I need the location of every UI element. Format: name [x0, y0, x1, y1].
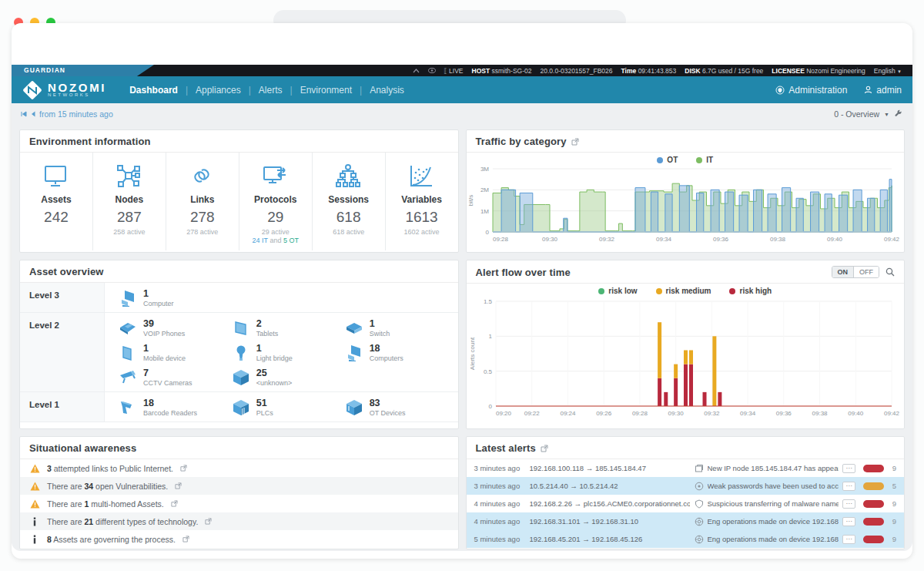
voip-phone-icon — [119, 319, 137, 337]
view-selector-caret-icon[interactable]: ▼ — [884, 112, 889, 117]
user-menu[interactable]: admin — [864, 85, 902, 96]
asset-item[interactable]: 1Mobile device — [119, 341, 232, 365]
nav-item-analysis[interactable]: Analysis — [370, 85, 404, 96]
legend-item-risk-medium[interactable]: risk medium — [656, 287, 711, 295]
stat-card-sessions[interactable]: Sessions618618 active — [313, 153, 386, 250]
zoom-search-icon[interactable] — [886, 267, 895, 277]
asset-item[interactable]: 51PLCs — [232, 395, 345, 420]
stat-extra: 24 IT and 5 OT — [253, 237, 299, 244]
status-bar: GUARDIAN ⟦ LIVE HOST ssmith-SG-02 20.0.0… — [12, 65, 912, 76]
situational-item[interactable]: 8 Assets are governing the process. — [20, 530, 458, 548]
asset-item[interactable]: 18Barcode Readers — [119, 395, 232, 420]
external-link-icon[interactable] — [205, 518, 212, 525]
asset-name: <unknown> — [256, 379, 293, 387]
computer-icon — [345, 344, 363, 361]
asset-item[interactable]: 18Computers — [345, 341, 458, 365]
alert-row[interactable]: 3 minutes ago10.5.214.40 → 10.5.214.42We… — [467, 477, 905, 495]
alert-flow-chart[interactable]: 00.511.509:2009:2209:2409:2609:2809:3009… — [467, 295, 899, 418]
stat-card-protocols[interactable]: Protocols2929 active24 IT and 5 OT — [239, 153, 313, 250]
alert-more-button[interactable]: ⋯ — [842, 464, 855, 473]
situational-item[interactable]: There are 21 different types of technolo… — [20, 512, 458, 530]
nav-item-dashboard[interactable]: Dashboard — [129, 85, 178, 96]
svg-text:09:42: 09:42 — [883, 236, 899, 243]
traffic-chart[interactable]: 01M2M3M09:2809:3009:3209:3409:3609:3809:… — [467, 164, 899, 244]
asset-item[interactable]: 1Computer — [119, 286, 232, 311]
nozomi-logo-icon — [22, 80, 42, 100]
external-link-icon[interactable] — [180, 465, 187, 472]
level-label: Level 3 — [20, 283, 105, 312]
severity-badge — [863, 518, 884, 526]
external-link-icon[interactable] — [571, 138, 579, 146]
legend-item-risk-low[interactable]: risk low — [598, 287, 637, 295]
product-tab[interactable]: GUARDIAN — [12, 65, 154, 76]
svg-text:Alerts count: Alerts count — [469, 337, 476, 370]
main-nav: NOZOMI NETWORKS Dashboard| Appliances| A… — [12, 76, 912, 103]
legend-item-ot[interactable]: OT — [657, 156, 678, 164]
alert-more-button[interactable]: ⋯ — [842, 482, 855, 491]
toggle-on-button[interactable]: ON — [832, 267, 855, 277]
view-selector[interactable]: 0 - Overview — [834, 109, 879, 119]
nozomi-logo[interactable]: NOZOMI NETWORKS — [22, 80, 106, 100]
tablet-icon — [232, 319, 250, 337]
timerange-label[interactable]: from 15 minutes ago — [39, 109, 113, 119]
step-back-icon[interactable] — [31, 111, 35, 117]
external-link-icon[interactable] — [175, 482, 182, 489]
asset-item[interactable]: 39VOIP Phones — [119, 316, 232, 341]
administration-menu[interactable]: Administration — [775, 85, 847, 96]
panel-title: Traffic by category — [476, 136, 567, 147]
alert-row[interactable]: 5 minutes ago192.168.45.201 → 192.168.45… — [467, 530, 905, 548]
asset-item[interactable]: 7CCTV Cameras — [119, 365, 232, 390]
skip-start-icon[interactable] — [21, 111, 27, 117]
external-link-icon[interactable] — [182, 536, 189, 542]
svg-text:09:22: 09:22 — [524, 410, 540, 417]
nav-item-alerts[interactable]: Alerts — [259, 85, 283, 96]
asset-item[interactable]: 1Light bridge — [232, 341, 345, 365]
svg-text:09:34: 09:34 — [655, 236, 671, 243]
asset-overview-panel: Asset overview Level 31ComputerLevel 239… — [19, 260, 459, 429]
language-selector[interactable]: English ▼ — [874, 67, 902, 75]
toggle-off-button[interactable]: OFF — [854, 267, 879, 277]
eye-icon[interactable] — [428, 68, 436, 73]
stat-card-links[interactable]: Links278278 active — [166, 153, 239, 250]
alert-row[interactable]: 4 minutes ago192.168.31.101 → 192.168.31… — [467, 512, 905, 530]
alert-score: 9 — [889, 499, 896, 508]
collapse-caret-icon[interactable] — [413, 69, 420, 73]
asset-level-row: Level 31Computer — [20, 283, 458, 313]
situational-item[interactable]: There are 34 open Vulnerabilities. — [20, 477, 458, 495]
user-icon — [864, 86, 872, 94]
alert-more-button[interactable]: ⋯ — [842, 517, 855, 526]
sessions-icon — [335, 163, 362, 189]
alert-row[interactable]: 4 minutes ago192.168.2.26 → plc156.ACME0… — [467, 495, 905, 512]
light-bridge-icon — [232, 344, 250, 361]
wrench-icon[interactable] — [894, 109, 903, 119]
live-toggle[interactable]: ON OFF — [832, 266, 880, 278]
situational-text: 8 Assets are governing the process. — [47, 535, 176, 544]
asset-item[interactable]: 25<unknown> — [232, 365, 345, 390]
situational-item[interactable]: 3 attempted links to Public Internet. — [20, 459, 458, 477]
assets-icon — [42, 163, 69, 189]
nav-item-appliances[interactable]: Appliances — [196, 85, 241, 96]
stat-card-nodes[interactable]: Nodes287258 active — [93, 153, 166, 250]
svg-text:09:24: 09:24 — [560, 410, 576, 417]
alert-more-button[interactable]: ⋯ — [842, 535, 855, 544]
asset-item[interactable]: 83OT Devices — [345, 395, 458, 420]
external-link-icon[interactable] — [541, 445, 548, 452]
asset-item[interactable]: 1Switch — [345, 316, 458, 341]
external-link-icon[interactable] — [171, 500, 178, 507]
alert-more-button[interactable]: ⋯ — [842, 499, 855, 509]
stat-card-assets[interactable]: Assets242 — [20, 153, 93, 250]
situational-item[interactable]: There are 1 multi-homed Assets. — [20, 495, 458, 512]
alert-description: Weak passwords have been used to access … — [708, 482, 839, 490]
traffic-legend: OTIT — [467, 153, 905, 164]
situational-text: 3 attempted links to Public Internet. — [47, 464, 173, 473]
legend-item-risk-high[interactable]: risk high — [729, 287, 772, 295]
stat-card-variables[interactable]: Variables16131602 active — [386, 153, 458, 250]
legend-item-it[interactable]: IT — [696, 156, 713, 164]
version-info: 20.0.0-03201557_FB026 — [541, 67, 613, 75]
alert-route: 10.5.214.40 → 10.5.214.42 — [530, 482, 690, 490]
asset-item[interactable]: 2Tablets — [232, 316, 345, 341]
svg-text:09:36: 09:36 — [775, 410, 792, 417]
nav-item-environment[interactable]: Environment — [300, 85, 352, 96]
alert-row[interactable]: 3 minutes ago192.168.100.118 → 185.145.1… — [467, 459, 905, 477]
asset-name: Computers — [370, 354, 403, 362]
